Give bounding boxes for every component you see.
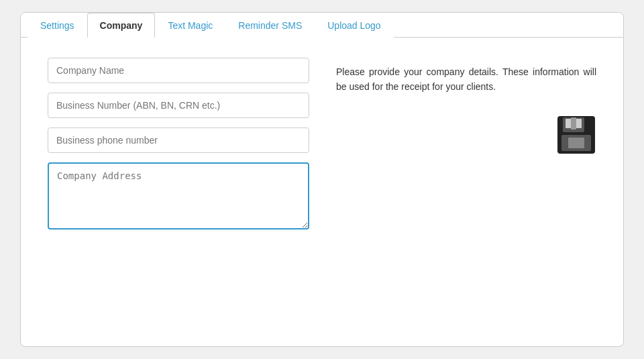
business-number-input[interactable] bbox=[48, 93, 309, 118]
form-info-row: Please provide your company details. The… bbox=[48, 58, 596, 229]
company-address-input[interactable] bbox=[48, 162, 309, 229]
tab-upload-logo[interactable]: Upload Logo bbox=[315, 13, 393, 38]
tab-text-magic[interactable]: Text Magic bbox=[155, 13, 225, 38]
save-button[interactable] bbox=[556, 115, 596, 155]
business-phone-input[interactable] bbox=[48, 127, 309, 153]
company-name-input[interactable] bbox=[48, 58, 309, 83]
tab-company[interactable]: Company bbox=[87, 13, 156, 38]
main-container: Settings Company Text Magic Reminder SMS… bbox=[20, 12, 624, 347]
svg-rect-4 bbox=[568, 138, 584, 148]
tab-settings[interactable]: Settings bbox=[28, 13, 87, 38]
svg-rect-5 bbox=[571, 117, 576, 130]
form-section bbox=[48, 58, 309, 229]
info-section: Please provide your company details. The… bbox=[336, 58, 596, 155]
info-description: Please provide your company details. The… bbox=[336, 64, 596, 95]
tab-bar: Settings Company Text Magic Reminder SMS… bbox=[21, 13, 623, 38]
save-icon-container bbox=[336, 115, 596, 155]
tab-reminder-sms[interactable]: Reminder SMS bbox=[225, 13, 315, 38]
tab-content-company: Please provide your company details. The… bbox=[21, 38, 623, 346]
